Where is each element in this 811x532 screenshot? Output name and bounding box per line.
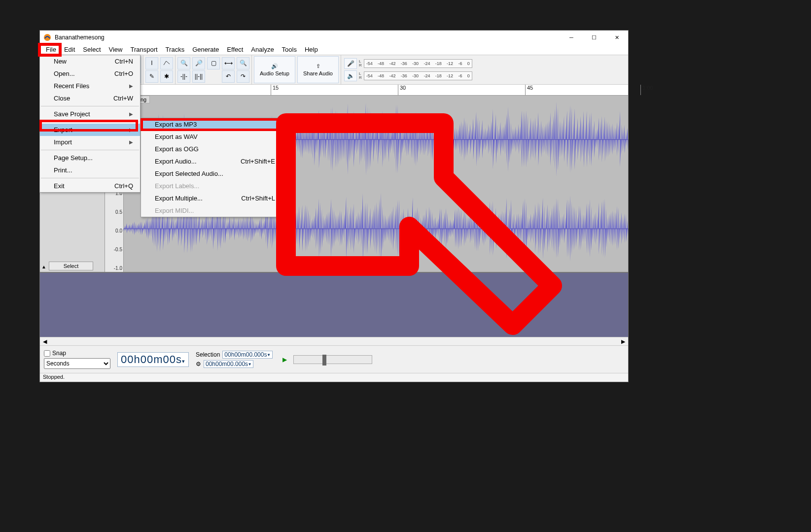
file-menu-item-print-[interactable]: Print... [40,164,140,176]
file-menu-item-import[interactable]: Import▶ [40,136,140,148]
menubar: FileEditSelectViewTransportTracksGenerat… [40,44,628,55]
menu-view[interactable]: View [105,45,127,54]
menu-help[interactable]: Help [301,45,322,54]
app-icon [43,33,52,42]
menu-tracks[interactable]: Tracks [162,45,189,54]
gear-icon[interactable]: ⚙ [196,361,201,367]
scroll-right-icon[interactable]: ▶ [619,338,627,345]
audio-setup-label: Audio Setup [260,70,289,76]
menu-tools[interactable]: Tools [278,45,301,54]
minimize-button[interactable]: ─ [560,31,583,44]
menu-transport[interactable]: Transport [126,45,161,54]
export-item-export-selected-audio-[interactable]: Export Selected Audio... [141,167,282,180]
edit-tools-group: I ✎ ✱ [143,55,176,84]
playback-meter-scale[interactable]: -54-48-42-36-30-24-18-12-60 [364,71,472,80]
export-item-export-audio-[interactable]: Export Audio...Ctrl+Shift+E [141,155,282,167]
zoom-out-icon[interactable]: 🔎 [192,57,205,69]
snap-label: Snap [52,350,66,357]
file-menu-item-new[interactable]: NewCtrl+N [40,55,140,67]
selection-start-display[interactable]: 00h00m00.000s▾ [222,351,272,359]
file-menu-popup: NewCtrl+NOpen...Ctrl+ORecent Files▶Close… [39,55,141,193]
file-menu-item-page-setup-[interactable]: Page Setup... [40,152,140,164]
track-select-button[interactable]: Select [49,262,93,270]
selection-label: Selection [196,351,220,358]
horizontal-scrollbar[interactable]: ◀ ▶ [40,337,628,345]
zoom-fit-icon[interactable]: ⟷ [222,57,235,69]
playback-speed-slider[interactable] [293,355,372,364]
multi-tool-icon[interactable]: ✱ [160,70,173,83]
zoom-group: 🔍 🔎 ▢ ⟷ 🔍 -||- ||-|| ↶ ↷ [176,55,252,84]
record-meter[interactable]: 🎤 LR -54-48-42-36-30-24-18-12-60 [344,58,472,69]
file-menu-item-export[interactable]: Export▶ [40,124,140,136]
export-item-export-multiple-[interactable]: Export Multiple...Ctrl+Shift+L [141,192,282,204]
selection-toolbar: Snap Seconds 00h00m00s▾ Selection 00h00m… [40,345,628,373]
redo-icon[interactable]: ↷ [237,70,249,83]
menu-generate[interactable]: Generate [188,45,223,54]
zoom-sel-icon[interactable]: ▢ [207,57,220,69]
file-menu-item-recent-files[interactable]: Recent Files▶ [40,80,140,92]
menu-select[interactable]: Select [79,45,105,54]
export-item-export-as-ogg[interactable]: Export as OGG [141,143,282,155]
setup-group: 🔊 Audio Setup ⇧ Share Audio [252,55,341,84]
play-at-speed-button[interactable]: ▶ [280,354,290,365]
snap-group: Snap Seconds [44,350,110,369]
zoom-toggle-icon[interactable]: 🔍 [237,57,249,69]
trim-icon[interactable]: -||- [177,70,190,83]
export-item-export-as-mp-[interactable]: Export as MP3 [141,118,282,131]
file-menu-item-open-[interactable]: Open...Ctrl+O [40,67,140,80]
status-bar: Stopped. [40,373,628,382]
snap-unit-select[interactable]: Seconds [44,358,110,369]
undo-icon[interactable]: ↶ [222,70,235,83]
speaker-icon: 🔊 [271,63,278,69]
export-item-export-labels-: Export Labels... [141,180,282,192]
file-menu-item-save-project[interactable]: Save Project▶ [40,108,140,120]
draw-tool-icon[interactable]: ✎ [145,70,158,83]
window-title: Bananathemesong [55,34,560,41]
share-audio-label: Share Audio [303,70,333,76]
maximize-button[interactable]: ☐ [583,31,605,44]
export-item-export-midi-: Export MIDI... [141,204,282,217]
close-button[interactable]: ✕ [605,31,628,44]
selection-end-display[interactable]: 00h00m00.000s▾ [204,360,253,368]
meters-group: 🎤 LR -54-48-42-36-30-24-18-12-60 🔈 LR -5… [341,55,475,84]
menu-analyze[interactable]: Analyze [247,45,278,54]
selection-group: Selection 00h00m00.000s▾ ⚙ 00h00m00.000s… [196,351,273,368]
upload-icon: ⇧ [316,63,320,69]
track-collapse-icon[interactable]: ▲ [41,264,46,269]
silence-icon[interactable]: ||-|| [192,70,205,83]
speaker-meter-icon[interactable]: 🔈 [344,70,357,81]
mic-icon[interactable]: 🎤 [344,58,357,69]
svg-point-0 [44,34,51,41]
status-text: Stopped. [43,374,65,380]
zoom-in-icon[interactable]: 🔍 [177,57,190,69]
playback-meter[interactable]: 🔈 LR -54-48-42-36-30-24-18-12-60 [344,70,472,81]
menu-file[interactable]: File [42,45,60,54]
record-meter-scale[interactable]: -54-48-42-36-30-24-18-12-60 [364,59,472,68]
audio-setup-button[interactable]: 🔊 Audio Setup [254,56,295,83]
menu-edit[interactable]: Edit [60,45,79,54]
selection-tool-icon[interactable]: I [145,57,158,69]
export-item-export-as-wav[interactable]: Export as WAV [141,131,282,143]
scroll-left-icon[interactable]: ◀ [41,338,49,345]
export-submenu-popup: Export as MP3Export as WAVExport as OGGE… [141,118,282,217]
menu-effect[interactable]: Effect [223,45,247,54]
file-menu-item-close[interactable]: CloseCtrl+W [40,92,140,104]
snap-checkbox[interactable]: Snap [44,350,110,357]
share-audio-button[interactable]: ⇧ Share Audio [297,56,339,83]
envelope-tool-icon[interactable] [160,57,173,69]
file-menu-item-exit[interactable]: ExitCtrl+Q [40,180,140,192]
time-position-display[interactable]: 00h00m00s▾ [117,352,189,367]
titlebar: Bananathemesong ─ ☐ ✕ [40,31,628,44]
play-at-speed-group: ▶ [280,354,372,365]
